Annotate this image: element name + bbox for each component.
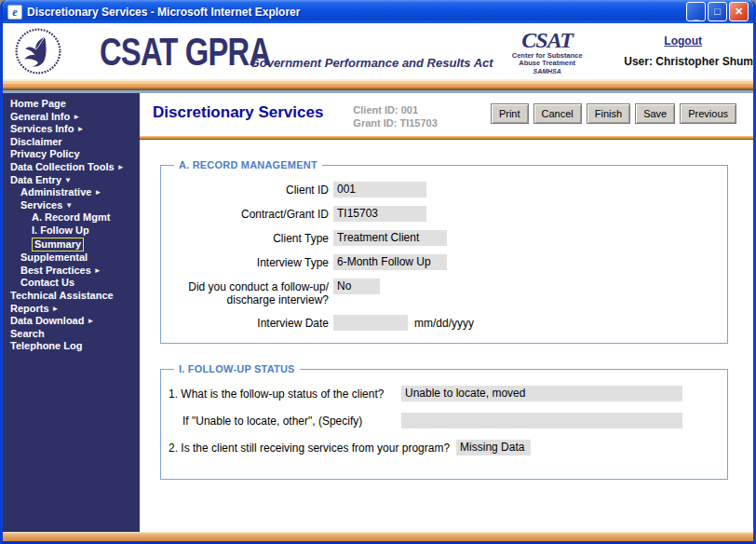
specify-other-label: If "Unable to locate, other", (Specify) <box>169 413 401 428</box>
receiving-services-field[interactable]: Missing Data <box>456 440 531 456</box>
gpra-tagline: Government Performance and Results Act <box>250 56 493 70</box>
page-title: Discretionary Services <box>153 103 323 122</box>
interview-date-field[interactable] <box>333 315 408 331</box>
conducted-interview-field-label: Did you conduct a follow-up/ discharge i… <box>169 279 329 306</box>
expand-right-icon: ► <box>117 163 125 171</box>
close-button[interactable]: ✕ <box>729 2 749 21</box>
csat-logo-line1: Center for Substance <box>503 52 592 60</box>
content-divider <box>140 136 753 140</box>
client-id-label: Client ID: 001 <box>353 103 437 116</box>
date-format-hint: mm/dd/yyyy <box>414 315 474 330</box>
print-button[interactable]: Print <box>491 103 529 124</box>
grant-id-label: Grant ID: TI15703 <box>353 116 437 129</box>
sidebar-item-data-collection-tools[interactable]: Data Collection Tools► <box>3 161 140 174</box>
sidebar-item-general-info[interactable]: General Info► <box>3 111 140 124</box>
sidebar-item-follow-up[interactable]: I. Follow Up <box>3 224 140 238</box>
sidebar-item-summary[interactable]: Summary <box>3 238 140 252</box>
title-bar[interactable]: e Discretionary Services - Microsoft Int… <box>3 0 753 23</box>
client-id-field[interactable]: 001 <box>333 182 426 197</box>
specify-other-field[interactable] <box>401 413 682 428</box>
form-row: Contract/Grant ID TI15703 <box>169 206 718 222</box>
internet-explorer-icon: e <box>7 5 22 20</box>
followup-status-field[interactable]: Unable to locate, moved <box>401 386 682 401</box>
main-content: Discretionary Services Client ID: 001 Gr… <box>140 93 753 532</box>
expand-right-icon: ► <box>73 113 80 121</box>
selected-item-outline: Summary <box>32 238 84 252</box>
contract-grant-id-field[interactable]: TI15703 <box>333 206 426 222</box>
sidebar-item-search[interactable]: Search <box>3 328 140 341</box>
expand-down-icon: ▼ <box>64 176 72 184</box>
form-row: Client ID 001 <box>169 182 718 197</box>
conducted-interview-field[interactable]: No <box>333 279 380 294</box>
sidebar-item-reports[interactable]: Reports► <box>3 303 140 316</box>
client-id-field-label: Client ID <box>169 182 329 197</box>
record-management-legend: A. RECORD MANAGEMENT <box>174 159 322 170</box>
record-ids: Client ID: 001 Grant ID: TI15703 <box>353 103 437 129</box>
csat-logo-line2: Abuse Treatment <box>503 60 592 67</box>
sidebar-item-privacy-policy[interactable]: Privacy Policy <box>3 148 140 161</box>
sidebar-item-disclaimer[interactable]: Disclaimer <box>3 136 140 149</box>
cancel-button[interactable]: Cancel <box>533 103 582 124</box>
footer-strip <box>3 532 753 541</box>
interview-date-field-label: Interview Date <box>169 315 329 330</box>
minimize-button[interactable]: _ <box>686 2 706 21</box>
form-row: Did you conduct a follow-up/ discharge i… <box>169 279 718 306</box>
expand-down-icon: ▼ <box>65 201 73 210</box>
contract-grant-id-field-label: Contract/Grant ID <box>169 206 329 221</box>
interview-type-field-label: Interview Type <box>169 254 329 269</box>
sidebar-item-supplemental[interactable]: Supplemental <box>3 252 140 265</box>
previous-button[interactable]: Previous <box>680 103 736 124</box>
form-row: Client Type Treatment Client <box>169 230 718 246</box>
current-user-label: User: Christopher Shumway <box>624 55 756 68</box>
form-row: Interview Date mm/dd/yyyy <box>169 315 718 331</box>
receiving-services-question-label: 2. Is the client still receiving service… <box>169 440 450 455</box>
client-type-field-label: Client Type <box>169 230 329 245</box>
window-title: Discretionary Services - Microsoft Inter… <box>27 6 686 19</box>
sidebar-item-data-download[interactable]: Data Download► <box>3 315 140 328</box>
sidebar-nav: Home Page General Info► Services Info► D… <box>3 93 140 532</box>
expand-right-icon: ► <box>52 305 60 313</box>
expand-right-icon: ► <box>94 188 101 197</box>
sidebar-item-telephone-log[interactable]: Telephone Log <box>3 340 140 353</box>
save-button[interactable]: Save <box>635 103 675 124</box>
sidebar-item-services-info[interactable]: Services Info► <box>3 123 140 136</box>
browser-window: e Discretionary Services - Microsoft Int… <box>0 0 756 544</box>
interview-type-field[interactable]: 6-Month Follow Up <box>333 254 447 270</box>
csat-logo: CSAT Center for Substance Abuse Treatmen… <box>503 29 592 75</box>
sidebar-item-home-page[interactable]: Home Page <box>3 98 140 111</box>
form-row: 2. Is the client still receiving service… <box>169 440 718 456</box>
client-type-field[interactable]: Treatment Client <box>333 230 447 246</box>
record-management-section: A. RECORD MANAGEMENT Client ID 001 Contr… <box>160 159 728 344</box>
header-divider <box>3 79 753 93</box>
sidebar-item-administrative[interactable]: Administrative► <box>3 186 140 199</box>
form-row: Interview Type 6-Month Follow Up <box>169 254 718 270</box>
follow-up-status-legend: I. FOLLOW-UP STATUS <box>174 363 300 374</box>
sidebar-item-record-mgmt[interactable]: A. Record Mgmt <box>3 211 140 224</box>
follow-up-status-section: I. FOLLOW-UP STATUS 1. What is the follo… <box>160 363 728 480</box>
sidebar-item-contact-us[interactable]: Contact Us <box>3 277 140 290</box>
followup-status-question-label: 1. What is the follow-up status of the c… <box>169 386 401 401</box>
sidebar-item-technical-assistance[interactable]: Technical Assistance <box>3 290 140 303</box>
sidebar-item-best-practices[interactable]: Best Practices► <box>3 265 140 278</box>
form-row: If "Unable to locate, other", (Specify) <box>169 413 718 428</box>
expand-right-icon: ► <box>94 266 101 275</box>
maximize-button[interactable]: □ <box>708 2 727 21</box>
logout-link[interactable]: Logout <box>664 34 702 48</box>
sidebar-item-services[interactable]: Services▼ <box>3 199 140 212</box>
finish-button[interactable]: Finish <box>587 103 630 124</box>
expand-right-icon: ► <box>76 125 84 133</box>
hhs-logo <box>14 27 62 75</box>
expand-right-icon: ► <box>87 317 94 325</box>
csat-logo-acronym: CSAT <box>503 29 592 51</box>
sidebar-item-data-entry[interactable]: Data Entry▼ <box>3 174 140 187</box>
csat-logo-samhsa: SAMHSA <box>503 68 592 75</box>
app-header: CSAT GPRA Government Performance and Res… <box>3 23 753 79</box>
csat-gpra-wordmark: CSAT GPRA <box>100 29 270 73</box>
form-row: 1. What is the follow-up status of the c… <box>169 386 718 401</box>
